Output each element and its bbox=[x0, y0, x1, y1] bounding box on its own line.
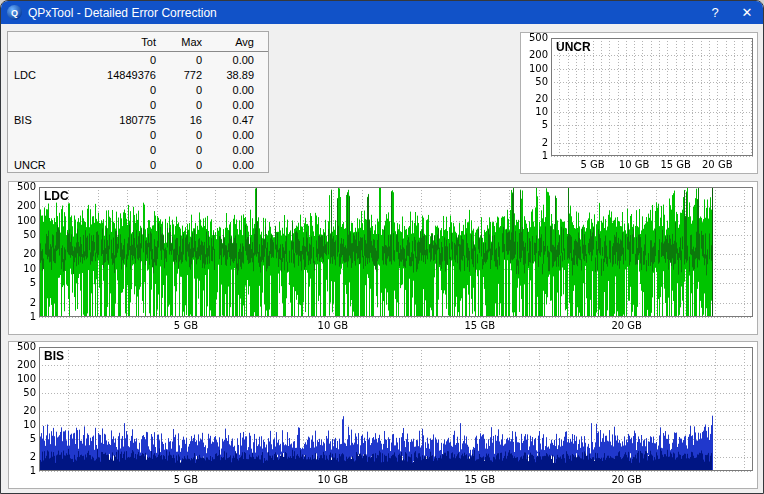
row-tot: 14849376 bbox=[66, 69, 162, 81]
row-max: 0 bbox=[162, 159, 208, 171]
uncr-chart-title: UNCR bbox=[556, 40, 591, 54]
row-avg: 0.00 bbox=[208, 99, 260, 111]
col-header-tot: Tot bbox=[66, 36, 162, 48]
row-tot: 0 bbox=[66, 54, 162, 66]
row-avg: 0.00 bbox=[208, 144, 260, 156]
table-row: 0 0 0.00 bbox=[8, 82, 268, 97]
ldc-chart-title: LDC bbox=[44, 189, 69, 203]
row-avg: 0.00 bbox=[208, 84, 260, 96]
app-icon: Q bbox=[7, 5, 22, 20]
row-max: 16 bbox=[162, 114, 208, 126]
ldc-chart-canvas bbox=[9, 182, 757, 334]
row-tot: 180775 bbox=[66, 114, 162, 126]
row-tot: 0 bbox=[66, 129, 162, 141]
table-row: 0 0 0.00 bbox=[8, 52, 268, 67]
row-avg: 0.00 bbox=[208, 129, 260, 141]
col-header-max: Max bbox=[162, 36, 208, 48]
error-stats-table: Tot Max Avg 0 0 0.00 LDC 14849376 772 38… bbox=[7, 31, 269, 173]
row-avg: 0.00 bbox=[208, 159, 260, 171]
stats-header-row: Tot Max Avg bbox=[8, 32, 268, 52]
titlebar[interactable]: Q QPxTool - Detailed Error Correction ? … bbox=[1, 1, 763, 24]
uncr-chart-canvas bbox=[521, 33, 757, 173]
row-avg: 38.89 bbox=[208, 69, 260, 81]
row-label: LDC bbox=[8, 69, 66, 81]
row-max: 772 bbox=[162, 69, 208, 81]
row-max: 0 bbox=[162, 144, 208, 156]
ldc-chart: LDC bbox=[8, 181, 758, 335]
help-button[interactable]: ? bbox=[699, 1, 731, 24]
row-label: UNCR bbox=[8, 159, 66, 171]
row-max: 0 bbox=[162, 84, 208, 96]
table-row-bis: BIS 180775 16 0.47 bbox=[8, 112, 268, 127]
row-max: 0 bbox=[162, 54, 208, 66]
table-row-uncr: UNCR 0 0 0.00 bbox=[8, 157, 268, 172]
bis-chart-title: BIS bbox=[44, 349, 64, 363]
col-header-avg: Avg bbox=[208, 36, 260, 48]
row-max: 0 bbox=[162, 99, 208, 111]
bis-chart: BIS bbox=[8, 341, 758, 489]
window-title: QPxTool - Detailed Error Correction bbox=[28, 6, 699, 20]
table-row: 0 0 0.00 bbox=[8, 97, 268, 112]
close-button[interactable]: ✕ bbox=[731, 1, 763, 24]
row-tot: 0 bbox=[66, 159, 162, 171]
row-tot: 0 bbox=[66, 99, 162, 111]
table-row: 0 0 0.00 bbox=[8, 142, 268, 157]
row-max: 0 bbox=[162, 129, 208, 141]
uncr-chart: UNCR bbox=[520, 32, 758, 174]
row-label: BIS bbox=[8, 114, 66, 126]
bis-chart-canvas bbox=[9, 342, 757, 488]
row-avg: 0.47 bbox=[208, 114, 260, 126]
row-avg: 0.00 bbox=[208, 54, 260, 66]
qpxtool-window: Q QPxTool - Detailed Error Correction ? … bbox=[0, 0, 764, 494]
table-row: 0 0 0.00 bbox=[8, 127, 268, 142]
row-tot: 0 bbox=[66, 144, 162, 156]
table-row-ldc: LDC 14849376 772 38.89 bbox=[8, 67, 268, 82]
row-tot: 0 bbox=[66, 84, 162, 96]
